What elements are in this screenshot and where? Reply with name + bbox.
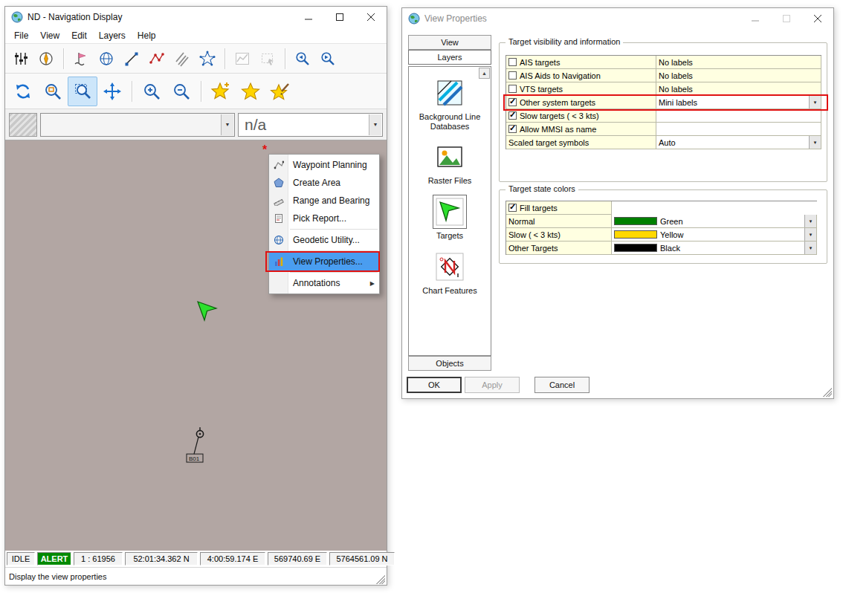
checkbox-allow-mmsi[interactable]: ✓ bbox=[508, 125, 517, 133]
parallel-lines-icon[interactable] bbox=[169, 47, 195, 71]
menu-layers[interactable]: Layers bbox=[93, 29, 132, 42]
row-label-cell[interactable]: Normal bbox=[506, 215, 612, 228]
zoom-window-icon[interactable] bbox=[68, 77, 97, 106]
slow-color-combo[interactable]: Yellow ▼ bbox=[612, 228, 817, 241]
menu-item-waypoint-planning[interactable]: Waypoint Planning bbox=[269, 156, 379, 174]
row-label-cell[interactable]: ✓ Slow targets ( < 3 kts) bbox=[506, 109, 656, 123]
row-label-cell[interactable]: Other Targets bbox=[506, 241, 612, 255]
layer-combo[interactable]: ▼ bbox=[40, 113, 235, 137]
polyline-add-icon[interactable] bbox=[144, 47, 169, 71]
menu-file[interactable]: File bbox=[8, 29, 34, 42]
cancel-button[interactable]: Cancel bbox=[534, 377, 590, 393]
row-label-cell[interactable]: Slow ( < 3 kts) bbox=[506, 228, 612, 241]
menu-item-pick-report[interactable]: Pick Report... bbox=[269, 210, 379, 227]
tab-objects[interactable]: Objects bbox=[408, 356, 491, 371]
row-label-cell[interactable]: Scaled target symbols bbox=[506, 136, 656, 149]
checkbox-vts-targets[interactable] bbox=[508, 85, 517, 93]
checkbox-ais-targets[interactable] bbox=[508, 58, 517, 66]
row-value-cell[interactable] bbox=[656, 109, 821, 123]
zoom-in-icon[interactable] bbox=[137, 77, 167, 106]
compass-icon[interactable] bbox=[33, 47, 59, 71]
labels-combo[interactable]: Mini labels ▼ bbox=[656, 96, 821, 109]
refresh-icon[interactable] bbox=[8, 77, 38, 106]
row-label-cell[interactable]: ✓ Fill targets bbox=[506, 201, 612, 215]
levels-icon[interactable] bbox=[8, 47, 33, 71]
row-value-cell[interactable]: No labels bbox=[656, 56, 821, 69]
layer-item-raster-files[interactable]: Raster Files bbox=[409, 140, 491, 186]
menu-item-range-and-bearing[interactable]: Range and Bearing bbox=[269, 192, 379, 210]
checkbox-ais-aids[interactable] bbox=[508, 71, 517, 80]
menu-separator bbox=[290, 272, 378, 273]
menu-item-create-area[interactable]: Create Area bbox=[269, 174, 379, 192]
menu-help[interactable]: Help bbox=[132, 29, 162, 42]
menu-item-geodetic-utility[interactable]: Geodetic Utility... bbox=[269, 231, 379, 249]
zoom-area-icon[interactable] bbox=[38, 77, 68, 106]
menu-view[interactable]: View bbox=[34, 29, 65, 42]
row-label-cell[interactable]: AIS Aids to Navigation bbox=[506, 69, 656, 82]
scale-combo[interactable]: n/a ▼ bbox=[238, 113, 383, 137]
table-row-normal-color: Normal Green ▼ bbox=[506, 215, 817, 228]
status-northing: 5764561.09 N bbox=[329, 552, 395, 565]
combo-dropdown-button[interactable]: ▼ bbox=[369, 114, 381, 135]
scaled-symbols-combo[interactable]: Auto ▼ bbox=[656, 136, 821, 149]
row-label-cell[interactable]: VTS targets bbox=[506, 82, 656, 96]
dropdown-button[interactable]: ▼ bbox=[809, 136, 821, 149]
dropdown-button[interactable]: ▼ bbox=[804, 241, 816, 254]
menu-edit[interactable]: Edit bbox=[65, 29, 93, 42]
row-value-cell[interactable] bbox=[656, 123, 821, 136]
star-add-icon[interactable] bbox=[206, 77, 236, 106]
map-canvas[interactable]: B01 * Waypoint Planning Create Area Rang… bbox=[5, 140, 387, 551]
combo-value: Auto bbox=[659, 138, 676, 147]
tab-layers[interactable]: Layers bbox=[408, 50, 491, 65]
resize-grip[interactable] bbox=[823, 388, 832, 397]
globe-icon[interactable] bbox=[94, 47, 119, 71]
draw-line-icon[interactable] bbox=[119, 47, 144, 71]
star-icon[interactable] bbox=[236, 77, 265, 106]
menu-item-view-properties[interactable]: View Properties... bbox=[269, 253, 379, 270]
close-button[interactable] bbox=[802, 8, 833, 29]
combo-dropdown-button[interactable]: ▼ bbox=[221, 114, 233, 135]
row-label-cell[interactable]: ✓ Other system targets bbox=[506, 96, 656, 109]
star-edit-icon[interactable] bbox=[265, 77, 295, 106]
chart-icon[interactable] bbox=[230, 47, 255, 71]
target-visibility-group: Target visibility and information AIS ta… bbox=[499, 42, 827, 182]
normal-color-combo[interactable]: Green ▼ bbox=[612, 215, 817, 228]
scroll-up-button[interactable]: ▲ bbox=[479, 68, 490, 79]
minimize-button[interactable] bbox=[293, 7, 324, 27]
maximize-button[interactable] bbox=[771, 8, 802, 29]
select-area-icon[interactable] bbox=[255, 47, 280, 71]
row-label-cell[interactable]: ✓ Allow MMSI as name bbox=[506, 123, 656, 136]
checkbox-fill-targets[interactable]: ✓ bbox=[508, 204, 517, 212]
zoom-previous-icon[interactable] bbox=[290, 47, 315, 71]
minimize-button[interactable] bbox=[740, 8, 771, 29]
layer-item-targets[interactable]: Targets bbox=[409, 195, 491, 241]
close-button[interactable] bbox=[355, 7, 387, 27]
star-polygon-icon[interactable] bbox=[195, 47, 220, 71]
checkbox-other-system-targets[interactable]: ✓ bbox=[508, 98, 517, 106]
apply-button[interactable]: Apply bbox=[465, 377, 520, 393]
maximize-button[interactable] bbox=[324, 7, 355, 27]
dropdown-button[interactable]: ▼ bbox=[804, 228, 816, 241]
layer-item-background-line-databases[interactable]: Background Line Databases bbox=[409, 76, 491, 131]
dropdown-button[interactable]: ▼ bbox=[804, 215, 816, 227]
own-ship-target-symbol[interactable] bbox=[196, 299, 221, 325]
row-label-cell[interactable]: AIS targets bbox=[506, 56, 656, 69]
preview-image-button[interactable] bbox=[9, 113, 37, 137]
ok-button[interactable]: OK bbox=[407, 377, 462, 393]
resize-grip[interactable] bbox=[376, 575, 385, 584]
menu-item-annotations[interactable]: Annotations ▶ bbox=[269, 274, 379, 292]
row-value-cell[interactable]: No labels bbox=[656, 82, 821, 96]
menu-item-label: Create Area bbox=[288, 178, 340, 188]
tab-view[interactable]: View bbox=[408, 35, 491, 50]
tracked-target-symbol[interactable]: B01 bbox=[182, 424, 218, 466]
row-value-cell[interactable]: No labels bbox=[656, 69, 821, 82]
other-targets-color-combo[interactable]: Black ▼ bbox=[612, 241, 817, 255]
checkbox-slow-targets[interactable]: ✓ bbox=[508, 111, 517, 120]
pan-icon[interactable] bbox=[97, 77, 127, 106]
dropdown-button[interactable]: ▼ bbox=[809, 96, 821, 108]
zoom-next-icon[interactable] bbox=[315, 47, 340, 71]
zoom-out-icon[interactable] bbox=[167, 77, 196, 106]
layer-item-chart-features[interactable]: Chart Features bbox=[409, 250, 491, 296]
background-line-databases-icon bbox=[433, 76, 467, 110]
buoy-icon[interactable] bbox=[68, 47, 94, 71]
